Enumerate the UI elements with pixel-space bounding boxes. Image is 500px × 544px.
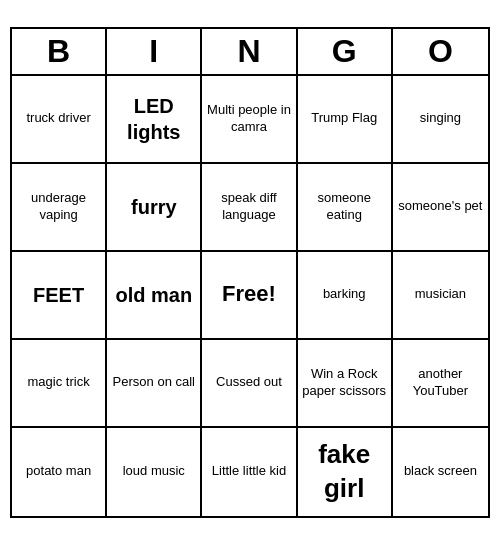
bingo-cell[interactable]: Trump Flag [298,76,393,164]
bingo-cell[interactable]: speak diff language [202,164,297,252]
bingo-cell[interactable]: someone eating [298,164,393,252]
bingo-cell[interactable]: barking [298,252,393,340]
bingo-cell[interactable]: furry [107,164,202,252]
bingo-cell[interactable]: Free! [202,252,297,340]
bingo-cell[interactable]: LED lights [107,76,202,164]
bingo-cell[interactable]: FEET [12,252,107,340]
bingo-cell[interactable]: truck driver [12,76,107,164]
bingo-grid: truck driverLED lightsMulti people in ca… [12,76,488,516]
bingo-cell[interactable]: loud music [107,428,202,516]
bingo-header: BINGO [12,29,488,76]
bingo-cell[interactable]: underage vaping [12,164,107,252]
bingo-cell[interactable]: Multi people in camra [202,76,297,164]
bingo-card: BINGO truck driverLED lightsMulti people… [10,27,490,518]
bingo-cell[interactable]: Cussed out [202,340,297,428]
bingo-cell[interactable]: fake girl [298,428,393,516]
header-letter: G [298,29,393,74]
bingo-cell[interactable]: another YouTuber [393,340,488,428]
bingo-cell[interactable]: Win a Rock paper scissors [298,340,393,428]
header-letter: N [202,29,297,74]
bingo-cell[interactable]: singing [393,76,488,164]
header-letter: B [12,29,107,74]
bingo-cell[interactable]: magic trick [12,340,107,428]
bingo-cell[interactable]: potato man [12,428,107,516]
bingo-cell[interactable]: black screen [393,428,488,516]
bingo-cell[interactable]: Person on call [107,340,202,428]
bingo-cell[interactable]: old man [107,252,202,340]
header-letter: O [393,29,488,74]
bingo-cell[interactable]: musician [393,252,488,340]
header-letter: I [107,29,202,74]
bingo-cell[interactable]: Little little kid [202,428,297,516]
bingo-cell[interactable]: someone's pet [393,164,488,252]
